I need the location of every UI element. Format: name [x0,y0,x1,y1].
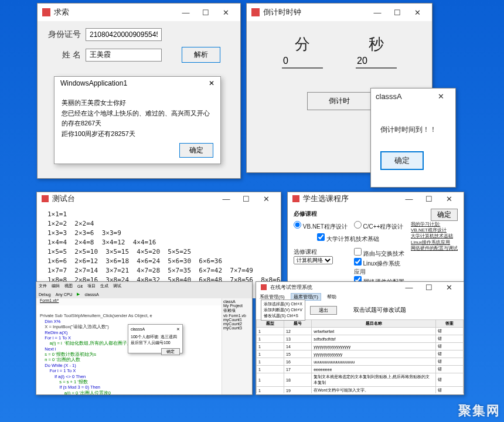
radio-cpp-label: C/C++程序设计 [363,223,403,230]
menu-file[interactable]: 文件 [39,283,47,289]
tree-item[interactable]: myCount3 [223,326,251,330]
close-icon[interactable]: ✕ [176,327,180,332]
radio-cpp[interactable] [354,221,362,229]
ide-menubar[interactable]: 文件 编辑 视图 Git 项目 生成 调试 [36,282,252,290]
ok-button[interactable]: 确定 [380,151,424,170]
name-input[interactable] [86,49,162,62]
dialog-windowsapp: WindowsApplication1 ✕ 美丽的王美霞女士你好 您已经在这个地… [54,76,221,164]
table-row[interactable]: 116uuuuuuuuuuuuuuuuuu错 [257,358,464,366]
menu-help[interactable]: 帮助 [327,294,336,300]
app-icon [42,8,50,16]
app-icon [42,195,49,202]
table-row[interactable]: 112wrtwrtwrtwt错 [257,328,464,335]
table-row[interactable]: 115yyyyyyyyyyyyyy错 [257,350,464,358]
menu-item[interactable]: 添加判断题(V) Ctrl+V [264,307,302,313]
title: 求索 [54,7,176,18]
menu-item[interactable]: 修改试题(S) Ctrl+S [264,313,302,319]
window-exam: 在线考试管理系统 — ☐ ✕ 系统管理(S) 题库管理(T) 帮助 添加选择题(… [256,281,464,395]
tree-item[interactable]: 依赖项 [223,308,251,314]
ide-toolbar[interactable]: Debug Any CPU ▶ classsA [36,290,252,298]
app-icon [251,8,260,16]
maximize-button[interactable]: ☐ [387,6,407,19]
titlebar[interactable]: 倒计时时钟 — ☐ ✕ [247,4,432,21]
window-courses: 学生选课程序 — ☐ ✕ 必修课程 确定 VB.NET程序设计 C/C++程序设… [287,192,464,281]
radio-vbnet[interactable] [294,221,301,229]
app-icon [292,195,299,202]
ok-button[interactable]: 确定 [161,348,180,355]
submit-button[interactable]: 确定 [431,209,458,221]
config-select[interactable]: Debug [39,292,51,297]
tree-item[interactable]: My Project [223,304,251,308]
parse-button[interactable]: 解析 [182,47,220,63]
close-button[interactable]: ✕ [256,192,276,205]
elective-select[interactable]: 计算机网络 [294,256,333,264]
close-button[interactable]: ✕ [407,6,427,19]
menu-project[interactable]: 项目 [87,283,96,289]
tab-form1[interactable]: Form1.vb* [40,298,59,302]
ok-button[interactable]: 确定 [179,143,213,158]
msg: 倒计时时间到！！ [380,125,446,135]
exit-button[interactable]: 退出 [310,306,337,315]
close-button[interactable]: ✕ [439,192,459,205]
countdown-button[interactable]: 倒计时 [307,92,372,110]
chk-basics[interactable] [317,233,325,241]
maximize-button[interactable]: ☐ [419,281,439,294]
menu-view[interactable]: 视图 [64,283,73,289]
sec-label: 秒 [356,34,397,55]
platform-select[interactable]: Any CPU [56,292,73,297]
tree-item[interactable]: myCount2 [223,322,251,326]
col-num[interactable]: 题号 [284,320,312,328]
maximize-button[interactable]: ☐ [196,6,216,19]
dialog-classsa: classsA ✕ 倒计时时间到！！ 确定 [370,88,456,188]
menu-system[interactable]: 系统管理(S) [260,294,285,300]
msgbox-title: classsA [131,327,145,332]
table-row[interactable]: 114yyyyyyyyyyyyyyyyyy错 [257,343,464,350]
min-input[interactable] [282,55,323,69]
col-name[interactable]: 题目名称 [312,320,436,328]
dropdown-menu[interactable]: 添加选择题(X) Ctrl+X 添加判断题(V) Ctrl+V 修改试题(S) … [261,300,305,320]
id-label: 身份证号 [45,29,81,40]
table-row[interactable]: 118复制文本就是将选定的文本复制到剪贴板上,然后再将剪贴板的文本复制错 [257,373,464,387]
minimize-button[interactable]: — [367,6,387,19]
table-row[interactable]: 113sdfsdfsdfdsf错 [257,335,464,343]
minimize-button[interactable]: — [399,192,419,205]
menu-debug[interactable]: 调试 [113,283,121,289]
window-ide: 文件 编辑 视图 Git 项目 生成 调试 Debug Any CPU ▶ cl… [36,281,253,395]
run-target[interactable]: classsA [84,292,98,297]
minimize-button[interactable]: — [399,281,419,294]
menu-git[interactable]: Git [77,284,83,288]
id-input[interactable] [86,28,162,41]
maximize-button[interactable]: ☐ [419,192,439,205]
close-button[interactable]: ✕ [439,281,459,294]
title: 学生选课程序 [303,193,399,204]
title: classsA [376,92,431,101]
name-label: 姓 名 [45,50,81,60]
solution-explorer[interactable]: classA My Project 依赖项 vb Form1.vb myCoun… [222,298,252,394]
sec-input[interactable] [356,55,397,69]
minimize-button[interactable]: — [176,6,196,19]
table-row[interactable]: 119在Word文档中可能加入文字。错 [257,387,464,394]
maximize-button[interactable]: ☐ [236,192,256,205]
tree-item[interactable]: vb Form1.vb [223,314,251,318]
table-row[interactable]: 117eeeeeeee错 [257,366,464,373]
title: 测试台 [52,193,216,204]
question-table[interactable]: 题型 题号 题目名称 答案 112wrtwrtwrtwt错113sdfsdfsd… [256,319,464,393]
col-answer[interactable]: 答案 [435,320,463,328]
close-icon[interactable]: ✕ [209,79,214,87]
minimize-button[interactable]: — [216,192,236,205]
close-button[interactable]: ✕ [216,6,236,19]
tree-item[interactable]: classA [223,300,251,304]
menu-item[interactable]: 添加选择题(X) Ctrl+X [264,301,302,307]
titlebar[interactable]: 求索 — ☐ ✕ [38,4,240,21]
col-type[interactable]: 题型 [257,320,284,328]
close-button[interactable]: ✕ [431,90,451,103]
menu-edit[interactable]: 编辑 [52,283,60,289]
chk-routing[interactable] [354,248,362,256]
menu-build[interactable]: 生成 [100,283,108,289]
msgbox-text: 100个人都环玻: 逃三退四 最后留下人员编号100 [131,334,180,346]
required-label: 必修课程 [294,210,317,218]
title: 在线考试管理系统 [270,284,399,291]
chk-linux[interactable] [354,258,362,266]
tree-item[interactable]: myCount1 [223,318,251,322]
msg-line1: 美丽的王美霞女士你好 [62,98,213,108]
